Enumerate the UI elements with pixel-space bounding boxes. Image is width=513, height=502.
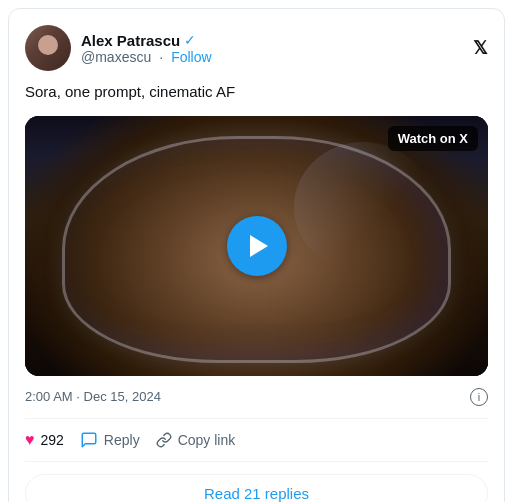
dot-separator: · [159, 49, 163, 65]
avatar-image [25, 25, 71, 71]
user-name: Alex Patrascu [81, 32, 180, 49]
x-logo[interactable]: 𝕏 [473, 37, 488, 59]
copy-link-button[interactable]: Copy link [156, 432, 236, 448]
reply-button[interactable]: Reply [80, 431, 140, 449]
media-container[interactable]: Watch on X [25, 116, 488, 376]
reply-label: Reply [104, 432, 140, 448]
follow-link[interactable]: Follow [171, 49, 211, 65]
user-handle: @maxescu [81, 49, 151, 65]
tweet-header-left: Alex Patrascu ✓ @maxescu · Follow [25, 25, 212, 71]
play-triangle-icon [250, 235, 268, 257]
helmet-reflection [294, 142, 433, 272]
tweet-timestamp-row: 2:00 AM · Dec 15, 2024 i [25, 388, 488, 419]
tweet-card: Alex Patrascu ✓ @maxescu · Follow 𝕏 Sora… [8, 8, 505, 502]
like-count: 292 [41, 432, 64, 448]
timestamp-text: 2:00 AM · Dec 15, 2024 [25, 389, 161, 404]
user-handle-row: @maxescu · Follow [81, 49, 212, 65]
copy-link-icon [156, 432, 172, 448]
read-replies-label: Read 21 replies [204, 485, 309, 502]
verified-icon: ✓ [184, 32, 196, 48]
user-name-row: Alex Patrascu ✓ [81, 32, 212, 49]
heart-icon: ♥ [25, 431, 35, 449]
avatar[interactable] [25, 25, 71, 71]
read-replies-button[interactable]: Read 21 replies [25, 474, 488, 502]
tweet-actions: ♥ 292 Reply Copy link [25, 431, 488, 462]
reply-icon [80, 431, 98, 449]
like-button[interactable]: ♥ 292 [25, 431, 64, 449]
tweet-header: Alex Patrascu ✓ @maxescu · Follow 𝕏 [25, 25, 488, 71]
copy-label: Copy link [178, 432, 236, 448]
tweet-text: Sora, one prompt, cinematic AF [25, 81, 488, 104]
user-info: Alex Patrascu ✓ @maxescu · Follow [81, 32, 212, 65]
watch-on-x-label[interactable]: Watch on X [388, 126, 478, 151]
info-icon[interactable]: i [470, 388, 488, 406]
play-button[interactable] [227, 216, 287, 276]
